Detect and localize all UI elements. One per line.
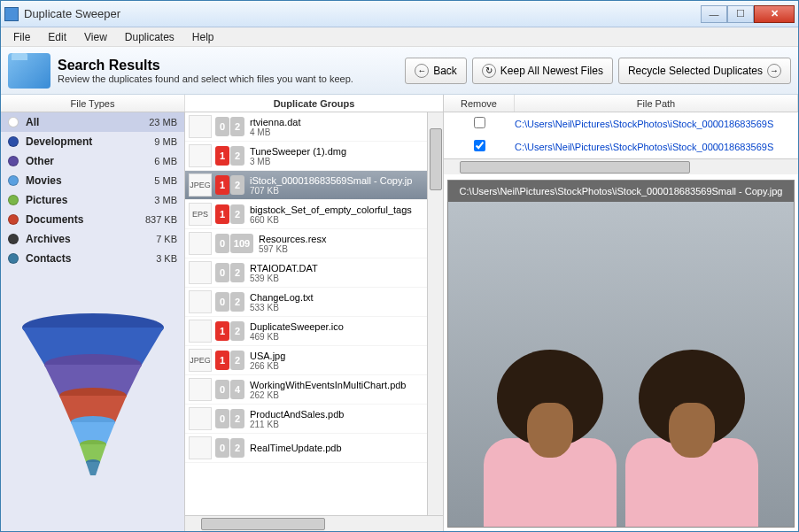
- person-left: [484, 350, 617, 527]
- close-button[interactable]: [754, 5, 795, 23]
- badge-group: 1 2: [215, 321, 244, 341]
- type-dot-icon: [8, 136, 19, 147]
- col-path[interactable]: File Path: [515, 95, 798, 112]
- remove-checkbox[interactable]: [474, 117, 485, 128]
- preview-area: C:\Users\Neil\Pictures\StockPhotos\iStoc…: [447, 180, 795, 528]
- badge-group: 0 2: [215, 263, 244, 282]
- file-icon: [189, 261, 212, 284]
- menu-help[interactable]: Help: [183, 28, 223, 46]
- page-subtitle: Review the duplicates found and select w…: [58, 73, 353, 84]
- type-size: 7 KB: [156, 234, 177, 244]
- group-row[interactable]: EPS 1 2 bigstock_Set_of_empty_colorful_t…: [185, 200, 427, 229]
- badge-group: 0 109: [215, 234, 253, 253]
- group-row[interactable]: 0 2 rtvienna.dat 4 MB: [185, 112, 427, 142]
- col-groups[interactable]: Duplicate Groups: [185, 95, 444, 112]
- menu-file[interactable]: File: [4, 28, 39, 46]
- remove-checkbox[interactable]: [474, 140, 485, 151]
- file-row[interactable]: C:\Users\Neil\Pictures\StockPhotos\iStoc…: [444, 135, 798, 158]
- groups-vscroll[interactable]: [427, 112, 443, 515]
- group-size: 3 MB: [250, 157, 423, 166]
- type-row-documents[interactable]: Documents 837 KB: [1, 210, 184, 229]
- file-path[interactable]: C:\Users\Neil\Pictures\StockPhotos\iStoc…: [515, 119, 798, 129]
- header: Search Results Review the duplicates fou…: [1, 47, 798, 95]
- type-name: Documents: [26, 213, 145, 226]
- group-row[interactable]: 0 2 ChangeLog.txt 533 KB: [185, 288, 427, 317]
- group-row[interactable]: 0 2 RealTimeUpdate.pdb: [185, 434, 427, 463]
- group-filename: RealTimeUpdate.pdb: [250, 443, 423, 453]
- group-size: 469 KB: [250, 332, 423, 342]
- titlebar[interactable]: Duplicate Sweeper: [1, 1, 798, 27]
- recycle-label: Recycle Selected Duplicates: [628, 65, 763, 77]
- groups-panel: 0 2 rtvienna.dat 4 MB 1 2 TuneSweeper (1…: [185, 112, 444, 531]
- preview-path: C:\Users\Neil\Pictures\StockPhotos\iStoc…: [448, 181, 794, 202]
- type-dot-icon: [8, 175, 19, 186]
- group-row[interactable]: 0 109 Resources.resx 597 KB: [185, 229, 427, 258]
- keep-newest-label: Keep All Newest Files: [500, 65, 603, 77]
- group-filename: WorkingWithEventsInMultiChart.pdb: [250, 380, 423, 390]
- group-row[interactable]: JPEG 1 2 iStock_000018683569Small - Copy…: [185, 171, 427, 200]
- menu-edit[interactable]: Edit: [39, 28, 75, 46]
- minimize-button[interactable]: [701, 5, 727, 23]
- type-name: Development: [26, 135, 154, 148]
- badge-total-count: 2: [230, 175, 244, 195]
- badge-keep-count: 1: [215, 351, 229, 370]
- badge-total-count: 2: [230, 117, 244, 136]
- group-list[interactable]: 0 2 rtvienna.dat 4 MB 1 2 TuneSweeper (1…: [185, 112, 427, 515]
- file-rows: C:\Users\Neil\Pictures\StockPhotos\iStoc…: [444, 112, 798, 158]
- type-size: 5 MB: [154, 175, 177, 186]
- file-icon: [189, 115, 212, 138]
- recycle-button[interactable]: Recycle Selected Duplicates →: [618, 58, 791, 84]
- group-filename: ChangeLog.txt: [250, 292, 423, 303]
- file-path[interactable]: C:\Users\Neil\Pictures\StockPhotos\iStoc…: [515, 142, 798, 152]
- group-row[interactable]: 0 2 RTAIODAT.DAT 539 KB: [185, 258, 427, 288]
- type-row-contacts[interactable]: Contacts 3 KB: [1, 249, 184, 268]
- type-dot-icon: [8, 234, 19, 244]
- group-row[interactable]: 0 2 ProductAndSales.pdb 211 KB: [185, 405, 427, 434]
- group-size: 597 KB: [259, 244, 423, 254]
- type-row-archives[interactable]: Archives 7 KB: [1, 229, 184, 249]
- type-name: Movies: [26, 174, 154, 187]
- badge-group: 1 2: [215, 351, 244, 370]
- group-row[interactable]: 1 2 DuplicateSweeper.ico 469 KB: [185, 317, 427, 346]
- group-filename: iStock_000018683569Small - Copy.jp: [250, 175, 423, 186]
- group-filename: USA.jpg: [250, 351, 423, 361]
- refresh-icon: ↻: [482, 64, 496, 78]
- type-row-all[interactable]: All 23 MB: [1, 112, 184, 132]
- badge-keep-count: 1: [215, 204, 229, 224]
- col-types[interactable]: File Types: [1, 95, 185, 112]
- file-icon: [189, 232, 212, 255]
- preview-image: [448, 202, 794, 527]
- funnel-chart: [1, 268, 184, 531]
- back-button[interactable]: ← Back: [405, 58, 467, 84]
- type-row-other[interactable]: Other 6 MB: [1, 151, 184, 171]
- badge-keep-count: 0: [215, 409, 229, 428]
- badge-group: 1 2: [215, 204, 244, 224]
- file-row[interactable]: C:\Users\Neil\Pictures\StockPhotos\iStoc…: [444, 112, 798, 135]
- maximize-button[interactable]: [727, 5, 754, 23]
- groups-hscroll[interactable]: [185, 515, 443, 531]
- group-row[interactable]: JPEG 1 2 USA.jpg 266 KB: [185, 346, 427, 375]
- menu-view[interactable]: View: [75, 28, 116, 46]
- badge-total-count: 2: [230, 409, 244, 428]
- col-remove[interactable]: Remove: [444, 95, 515, 112]
- type-row-development[interactable]: Development 9 MB: [1, 132, 184, 151]
- badge-total-count: 2: [230, 292, 244, 312]
- type-size: 3 MB: [154, 195, 177, 205]
- group-filename: Resources.resx: [259, 234, 423, 244]
- badge-group: 1 2: [215, 146, 244, 166]
- page-title: Search Results: [58, 58, 353, 73]
- file-icon: [189, 144, 212, 167]
- badge-total-count: 4: [230, 380, 244, 399]
- group-row[interactable]: 1 2 TuneSweeper (1).dmg 3 MB: [185, 142, 427, 171]
- files-hscroll[interactable]: [444, 158, 798, 174]
- type-row-movies[interactable]: Movies 5 MB: [1, 171, 184, 190]
- menu-duplicates[interactable]: Duplicates: [116, 28, 183, 46]
- type-row-pictures[interactable]: Pictures 3 MB: [1, 190, 184, 210]
- file-icon: [189, 378, 212, 401]
- group-row[interactable]: 0 4 WorkingWithEventsInMultiChart.pdb 26…: [185, 375, 427, 405]
- badge-total-count: 2: [230, 263, 244, 282]
- file-icon: JPEG: [189, 349, 212, 372]
- badge-keep-count: 0: [215, 438, 229, 458]
- badge-group: 0 2: [215, 409, 244, 428]
- keep-newest-button[interactable]: ↻ Keep All Newest Files: [472, 58, 613, 84]
